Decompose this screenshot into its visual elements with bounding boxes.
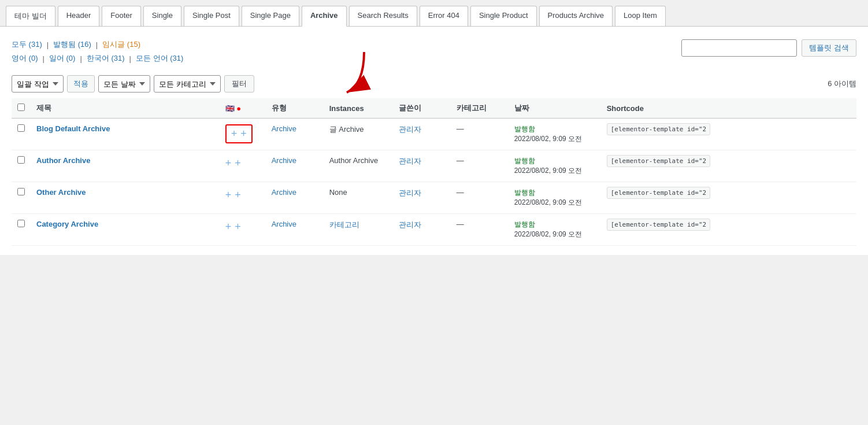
row-checkbox[interactable]: [17, 188, 25, 195]
tab-single-product[interactable]: Single Product: [470, 6, 537, 26]
table-row: Blog Default Archive + + Archive글 Archiv…: [12, 119, 856, 150]
lang-filter-link[interactable]: 영어 (0): [12, 53, 38, 64]
th-category: 카테고리: [451, 98, 509, 119]
category-filter-select[interactable]: 모든 카테고리: [154, 75, 221, 93]
lang-plus-btn-1[interactable]: +: [225, 189, 232, 201]
row-title-link[interactable]: Other Archive: [36, 188, 86, 197]
instances-link[interactable]: 카테고리: [329, 220, 359, 229]
tab-bar: 테마 빌더HeaderFooterSingleSingle PostSingle…: [0, 0, 868, 27]
shortcode-box: [elementor-template id="2: [607, 123, 711, 135]
category-cell: —: [451, 119, 509, 150]
row-checkbox[interactable]: [17, 156, 25, 164]
type-link[interactable]: Archive: [272, 124, 296, 133]
type-link[interactable]: Archive: [272, 188, 296, 197]
row-title-link[interactable]: Category Archive: [36, 220, 98, 228]
tab-tema[interactable]: 테마 빌더: [6, 6, 55, 26]
th-instances: Instances: [324, 98, 393, 119]
lang-plus-btns: + +: [225, 221, 260, 233]
date-status: 발행함: [514, 189, 535, 197]
tab-loop-item[interactable]: Loop Item: [615, 6, 666, 26]
row-title-link[interactable]: Blog Default Archive: [36, 124, 110, 133]
date-filter-select[interactable]: 모든 날짜: [98, 75, 150, 93]
lang-plus-btn-1[interactable]: +: [225, 221, 232, 233]
lang-highlight-box: + +: [225, 124, 253, 143]
type-link[interactable]: Archive: [272, 220, 296, 228]
main-content: 모두 (31)|발행됨 (16)|임시글 (15) 영어 (0)|일어 (0)|…: [0, 27, 868, 255]
apply-button[interactable]: 적용: [67, 75, 95, 93]
author-link[interactable]: 관리자: [399, 125, 421, 134]
row-title-link[interactable]: Author Archive: [36, 156, 90, 165]
instances-cell: None: [324, 182, 393, 214]
select-all-checkbox[interactable]: [17, 104, 25, 111]
bulk-actions-left: 일괄 작업 적용 모든 날짜 모든 카테고리 필터: [12, 75, 254, 93]
templates-table: 제목 🇬🇧 ● 유형 Instances 글쓴이 카테고리 날짜 Shortco…: [12, 98, 856, 246]
lang-plus-btn-2[interactable]: +: [235, 221, 241, 233]
row-checkbox[interactable]: [17, 220, 25, 227]
table-row: Author Archive + + ArchiveAuthor Archive…: [12, 150, 856, 182]
th-checkbox: [12, 98, 31, 119]
status-filter-link[interactable]: 모두 (31): [12, 39, 42, 50]
table-row: Category Archive + + Archive카테고리관리자—발행함2…: [12, 214, 856, 246]
bulk-action-select[interactable]: 일괄 작업: [12, 75, 64, 93]
type-link[interactable]: Archive: [272, 156, 296, 165]
lang-plus-btn-1[interactable]: +: [225, 157, 232, 169]
tab-archive[interactable]: Archive: [302, 6, 347, 27]
lang-plus-btn-2[interactable]: +: [240, 128, 247, 140]
category-cell: —: [451, 214, 509, 246]
date-status: 발행함: [514, 125, 535, 133]
lang-filter-link[interactable]: 한국어 (31): [87, 53, 125, 64]
th-author[interactable]: 글쓴이: [393, 98, 451, 119]
item-count: 6 아이템: [828, 79, 856, 89]
category-cell: —: [451, 150, 509, 182]
lang-filter-link[interactable]: 일어 (0): [49, 53, 76, 64]
row-checkbox[interactable]: [17, 124, 25, 132]
date-status: 발행함: [514, 220, 535, 228]
table-header: 제목 🇬🇧 ● 유형 Instances 글쓴이 카테고리 날짜 Shortco…: [12, 98, 856, 119]
tab-single[interactable]: Single: [143, 6, 181, 26]
th-shortcode: Shortcode: [601, 98, 856, 119]
table-body: Blog Default Archive + + Archive글 Archiv…: [12, 119, 856, 246]
date-value: 2022/08/02, 9:09 오전: [514, 198, 582, 206]
lang-plus-btn-2[interactable]: +: [235, 189, 241, 201]
shortcode-box: [elementor-template id="2: [607, 219, 711, 231]
tab-single-post[interactable]: Single Post: [184, 6, 239, 26]
th-type: 유형: [266, 98, 324, 119]
instances-cell: Author Archive: [324, 150, 393, 182]
author-link[interactable]: 관리자: [399, 220, 421, 229]
lang-plus-btn-1[interactable]: +: [231, 128, 238, 140]
tab-products-archive[interactable]: Products Archive: [539, 6, 613, 26]
filter-button[interactable]: 필터: [224, 75, 254, 93]
author-link[interactable]: 관리자: [399, 157, 421, 165]
actions-bar: 일괄 작업 적용 모든 날짜 모든 카테고리 필터 6 아이템: [12, 75, 856, 93]
status-filter-links: 모두 (31)|발행됨 (16)|임시글 (15): [12, 39, 183, 50]
date-value: 2022/08/02, 9:09 오전: [514, 230, 582, 238]
th-lang: 🇬🇧 ●: [220, 98, 266, 119]
status-filter-link[interactable]: 임시글 (15): [102, 39, 140, 50]
category-cell: —: [451, 182, 509, 214]
language-filter-links: 영어 (0)|일어 (0)|한국어 (31)|모든 언어 (31): [12, 53, 183, 64]
table-row: Other Archive + + ArchiveNone관리자—발행함2022…: [12, 182, 856, 214]
lang-plus-btn-2[interactable]: +: [235, 157, 241, 169]
shortcode-box: [elementor-template id="2: [607, 155, 711, 167]
date-status: 발행함: [514, 157, 535, 165]
author-link[interactable]: 관리자: [399, 189, 421, 197]
status-filter-link[interactable]: 발행됨 (16): [53, 39, 91, 50]
search-button[interactable]: 템플릿 검색: [802, 39, 856, 57]
date-value: 2022/08/02, 9:09 오전: [514, 167, 582, 175]
date-value: 2022/08/02, 9:09 오전: [514, 135, 582, 143]
th-title[interactable]: 제목: [31, 98, 220, 119]
search-area: 템플릿 검색: [681, 39, 856, 57]
lang-filter-link[interactable]: 모든 언어 (31): [136, 53, 183, 64]
tab-footer[interactable]: Footer: [102, 6, 141, 26]
lang-plus-btns: + +: [225, 189, 260, 201]
shortcode-box: [elementor-template id="2: [607, 187, 711, 199]
tab-error-404[interactable]: Error 404: [420, 6, 468, 26]
tab-search-results[interactable]: Search Results: [349, 6, 417, 26]
tab-single-page[interactable]: Single Page: [242, 6, 299, 26]
th-date[interactable]: 날짜: [509, 98, 601, 119]
search-input[interactable]: [681, 39, 797, 57]
instances-cell: 글 Archive: [324, 119, 393, 150]
lang-plus-btns: + +: [225, 157, 260, 169]
tab-header[interactable]: Header: [58, 6, 100, 26]
